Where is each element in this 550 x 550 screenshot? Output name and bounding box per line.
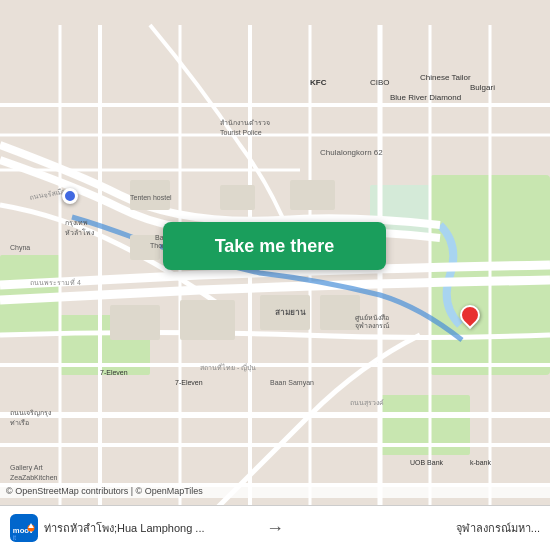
map-background: ถนนจรัสเมือง ถนนพระรามที่ 4 สถานที่ไทย -…: [0, 0, 550, 550]
moovit-logo: moov it: [10, 514, 38, 542]
svg-text:Tourist Police: Tourist Police: [220, 129, 262, 136]
origin-label: ท่ารถหัวสำโพง;Hua Lamphong ...: [44, 521, 205, 535]
svg-text:สถานที่ไทย - ญี่ปุ่น: สถานที่ไทย - ญี่ปุ่น: [200, 363, 256, 372]
svg-text:หัวลำโพง: หัวลำโพง: [65, 228, 94, 236]
svg-rect-22: [220, 185, 255, 210]
svg-text:it: it: [13, 534, 16, 541]
svg-text:CIBO: CIBO: [370, 78, 390, 87]
svg-text:ท่าเรือ: ท่าเรือ: [10, 419, 29, 426]
svg-text:Chinese Tailor: Chinese Tailor: [420, 73, 471, 82]
svg-text:Baan Samyan: Baan Samyan: [270, 379, 314, 387]
destination-label: จุฬาลงกรณ์มหา...: [292, 519, 540, 537]
svg-text:Chulalongkorn 62: Chulalongkorn 62: [320, 148, 383, 157]
svg-text:ศูนย์หนังสือ: ศูนย์หนังสือ: [355, 314, 389, 322]
svg-text:Gallery Art: Gallery Art: [10, 464, 43, 472]
svg-text:Tenten hostel: Tenten hostel: [130, 194, 172, 201]
svg-text:ถนนสุรวงค์: ถนนสุรวงค์: [350, 399, 384, 407]
bottom-navigation-bar: moov it ท่ารถหัวสำโพง;Hua Lamphong ... →…: [0, 505, 550, 550]
svg-text:Chyna: Chyna: [10, 244, 30, 252]
svg-text:สำนักงานตำรวจ: สำนักงานตำรวจ: [220, 119, 270, 126]
svg-text:สามยาน: สามยาน: [275, 308, 306, 317]
svg-text:ZeaZabKitchen: ZeaZabKitchen: [10, 474, 58, 481]
svg-text:k-bank: k-bank: [470, 459, 492, 466]
svg-rect-23: [290, 180, 335, 210]
svg-text:7-Eleven: 7-Eleven: [175, 379, 203, 386]
svg-text:Blue River Diamond: Blue River Diamond: [390, 93, 461, 102]
svg-rect-31: [320, 295, 360, 330]
svg-text:7-Eleven: 7-Eleven: [100, 369, 128, 376]
svg-text:KFC: KFC: [310, 78, 327, 87]
svg-text:UOB Bank: UOB Bank: [410, 459, 444, 466]
svg-rect-28: [110, 305, 160, 340]
svg-text:กรุงเทพ: กรุงเทพ: [65, 219, 88, 227]
direction-arrow-icon: →: [266, 518, 284, 539]
svg-text:ถนนพระรามที่ 4: ถนนพระรามที่ 4: [30, 278, 81, 286]
map-attribution: © OpenStreetMap contributors | © OpenMap…: [0, 484, 550, 498]
svg-text:Bulgari: Bulgari: [470, 83, 495, 92]
svg-rect-29: [180, 300, 235, 340]
map-container: ถนนจรัสเมือง ถนนพระรามที่ 4 สถานที่ไทย -…: [0, 0, 550, 550]
destination-marker: [460, 305, 480, 333]
take-me-there-button[interactable]: Take me there: [163, 222, 386, 270]
svg-text:ถนนเจริญกรุง: ถนนเจริญกรุง: [10, 409, 51, 417]
bottom-bar-left: moov it ท่ารถหัวสำโพง;Hua Lamphong ...: [10, 514, 258, 542]
svg-text:จุฬาลงกรณ์: จุฬาลงกรณ์: [355, 322, 390, 330]
origin-marker: [62, 188, 78, 204]
